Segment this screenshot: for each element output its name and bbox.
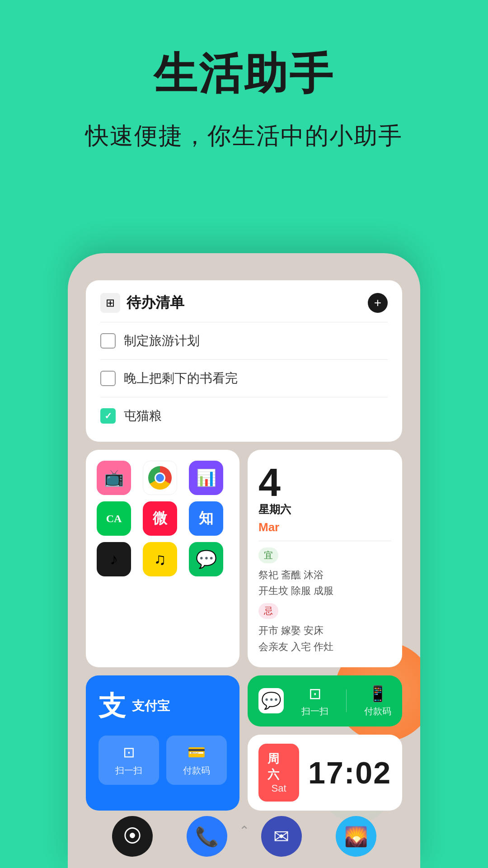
wechat-scan-icon: ⊡ [309, 684, 321, 703]
todo-text-3: 屯猫粮 [124, 407, 162, 425]
alipay-scan-label: 扫一扫 [115, 764, 142, 777]
clock-day-badge: 周六 Sat [258, 744, 299, 802]
wechat-divider [346, 689, 347, 712]
todo-checkbox-2[interactable] [100, 371, 116, 386]
alipay-actions: ⊡ 扫一扫 💳 付款码 [99, 736, 227, 785]
alipay-scan-icon: ⊡ [123, 744, 135, 761]
phone-mockup: ⊞ 待办清单 + 制定旅游计划 晚上把剩下的书看完 屯猫粮 [68, 253, 420, 868]
app-ca[interactable]: CA [97, 501, 131, 536]
alipay-pay-icon: 💳 [188, 744, 206, 761]
todo-divider-1 [100, 322, 388, 322]
scroll-indicator: ⌃ [86, 823, 402, 838]
app-title: 生活助手 [0, 45, 488, 104]
header-section: 生活助手 快速便捷，你生活中的小助手 [0, 0, 488, 152]
todo-widget: ⊞ 待办清单 + 制定旅游计划 晚上把剩下的书看完 屯猫粮 [86, 280, 402, 442]
alipay-pay-label: 付款码 [183, 764, 210, 777]
todo-title: 待办清单 [127, 293, 184, 313]
wechat-pay-button[interactable]: 📱 付款码 [364, 684, 391, 717]
app-tiktok[interactable]: ♪ [97, 542, 131, 576]
todo-list-icon: ⊞ [100, 293, 120, 313]
alipay-logo: 支 [99, 688, 126, 725]
app-media[interactable]: 📺 [97, 461, 131, 495]
alipay-name: 支付宝 [132, 698, 170, 715]
chevron-up-icon: ⌃ [239, 823, 249, 838]
alipay-pay-button[interactable]: 💳 付款码 [166, 736, 227, 785]
alipay-widget: 支 支付宝 ⊡ 扫一扫 💳 付款码 [86, 675, 239, 811]
app-grid: 📺 📊 CA 微 知 [97, 461, 229, 576]
app-chrome[interactable] [143, 461, 177, 495]
todo-header: ⊞ 待办清单 + [100, 293, 388, 313]
app-analytics[interactable]: 📊 [189, 461, 223, 495]
calendar-date-num: 4 [258, 462, 391, 502]
calendar-month: Mar [258, 520, 391, 534]
alipay-scan-button[interactable]: ⊡ 扫一扫 [99, 736, 159, 785]
cal-bad-items: 开市 嫁娶 安床会亲友 入宅 作灶 [258, 623, 391, 654]
alipay-header: 支 支付宝 [99, 688, 227, 725]
app-subtitle: 快速便捷，你生活中的小助手 [0, 120, 488, 152]
widget-container: ⊞ 待办清单 + 制定旅游计划 晚上把剩下的书看完 屯猫粮 [86, 280, 402, 838]
todo-checkbox-1[interactable] [100, 333, 116, 349]
app-zhihu[interactable]: 知 [189, 501, 223, 536]
middle-row: 📺 📊 CA 微 知 [86, 450, 402, 667]
calendar-weekday: 星期六 [258, 502, 291, 517]
cal-good-items: 祭祀 斋醮 沐浴开生坟 除服 成服 [258, 567, 391, 599]
wechat-quick-widget: 💬 ⊡ 扫一扫 📱 付款码 [248, 675, 402, 726]
todo-checkbox-3[interactable] [100, 408, 116, 424]
app-weibo[interactable]: 微 [143, 501, 177, 536]
app-grid-widget: 📺 📊 CA 微 知 [86, 450, 239, 667]
todo-text-2: 晚上把剩下的书看完 [124, 370, 238, 387]
todo-divider-2 [100, 359, 388, 360]
clock-time-display: 17:02 [308, 755, 391, 790]
todo-header-left: ⊞ 待办清单 [100, 293, 184, 313]
clock-widget: 周六 Sat 17:02 [248, 735, 402, 811]
todo-item-3[interactable]: 屯猫粮 [100, 403, 388, 429]
todo-text-1: 制定旅游计划 [124, 332, 200, 349]
wechat-scan-button[interactable]: ⊡ 扫一扫 [301, 684, 328, 717]
todo-divider-3 [100, 397, 388, 397]
todo-item-1[interactable]: 制定旅游计划 [100, 328, 388, 354]
right-column: 💬 ⊡ 扫一扫 📱 付款码 周六 Sat [248, 675, 402, 811]
cal-good-tag: 宜 [258, 547, 278, 563]
todo-item-2[interactable]: 晚上把剩下的书看完 [100, 365, 388, 392]
wechat-icon: 💬 [258, 688, 284, 713]
wechat-pay-icon: 📱 [368, 684, 387, 703]
app-wechat-grid[interactable]: 💬 [189, 542, 223, 576]
clock-weekday-zh: 周六 [267, 751, 290, 783]
bottom-row: 支 支付宝 ⊡ 扫一扫 💳 付款码 � [86, 675, 402, 811]
cal-divider [258, 541, 391, 541]
calendar-widget: 4 星期六 Mar 宜 祭祀 斋醮 沐浴开生坟 除服 成服 忌 开市 嫁娶 安床… [248, 450, 402, 667]
app-music[interactable]: ♫ [143, 542, 177, 576]
wechat-scan-label: 扫一扫 [301, 705, 328, 717]
clock-weekday-en: Sat [272, 783, 286, 794]
wechat-pay-label: 付款码 [364, 705, 391, 717]
todo-add-button[interactable]: + [368, 293, 388, 313]
cal-bad-tag: 忌 [258, 603, 278, 619]
